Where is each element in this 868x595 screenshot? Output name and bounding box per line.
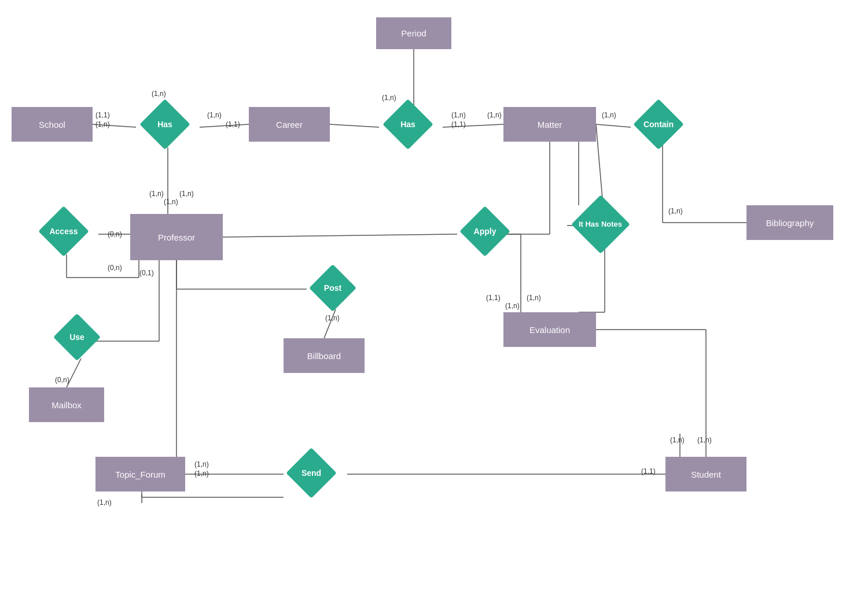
card-school-has1-2: (1,n) — [95, 120, 110, 128]
entity-evaluation: Evaluation — [503, 312, 596, 347]
card-prof-2: (1,n) — [164, 198, 178, 206]
entity-career: Career — [249, 107, 330, 142]
card-post-billboard: (1,n) — [325, 314, 340, 322]
card-access-3: (0,1) — [139, 269, 154, 277]
diamond-access: Access — [29, 208, 98, 254]
connection-lines — [0, 0, 868, 595]
entity-bibliography: Bibliography — [746, 205, 833, 240]
svg-line-2 — [200, 124, 249, 127]
entity-billboard: Billboard — [284, 338, 365, 373]
card-student-eval-2: (1,n) — [697, 436, 712, 444]
entity-mailbox: Mailbox — [29, 387, 104, 422]
card-student-eval-1: (1,n) — [670, 436, 685, 444]
entity-student: Student — [665, 457, 746, 491]
entity-school: School — [12, 107, 93, 142]
card-has2-matter-2: (1,1) — [451, 120, 466, 128]
card-has1-career-2: (1,1) — [226, 120, 240, 128]
diamond-send: Send — [277, 450, 346, 496]
diamond-contain: Contain — [624, 101, 693, 147]
card-matter-contain: (1,n) — [602, 111, 616, 119]
entity-matter: Matter — [503, 107, 596, 142]
card-period-has2: (1,n) — [382, 94, 396, 102]
diamond-has2: Has — [373, 101, 443, 147]
diamond-post: Post — [301, 266, 365, 309]
card-contain-bib: (1,n) — [668, 207, 683, 215]
card-matter-has2: (1,n) — [487, 111, 502, 119]
card-send-student: (1,1) — [641, 467, 656, 475]
card-has2-matter-1: (1,n) — [451, 111, 466, 119]
card-topicforum-bottom: (1,n) — [97, 498, 112, 507]
diamond-use: Use — [45, 315, 109, 359]
svg-line-13 — [223, 234, 457, 237]
card-prof-1: (1,n) — [149, 190, 164, 198]
er-diagram: School Career Matter Period Professor Bi… — [0, 0, 868, 595]
card-eval-3: (1,n) — [527, 294, 541, 302]
diamond-ithasnotes: It Has Notes — [558, 199, 642, 249]
card-access-1: (0,n) — [108, 230, 122, 238]
entity-period: Period — [376, 17, 451, 49]
diamond-apply: Apply — [450, 208, 520, 254]
entity-topic-forum: Topic_Forum — [95, 457, 185, 491]
card-prof-3: (1,n) — [179, 190, 194, 198]
card-school-has1-1: (1,1) — [95, 111, 110, 119]
card-access-2: (0,n) — [108, 264, 122, 272]
card-has1-career-1: (1,n) — [207, 111, 222, 119]
diamond-has1: Has — [130, 101, 200, 147]
svg-line-3 — [330, 124, 379, 127]
card-eval-1: (1,1) — [486, 294, 501, 302]
card-topicforum-send-1: (1,n) — [194, 460, 209, 468]
card-has1-top: (1,n) — [152, 90, 166, 98]
entity-professor: Professor — [130, 214, 223, 260]
card-topicforum-send-2: (1,n) — [194, 470, 209, 478]
card-eval-2: (1,n) — [505, 302, 520, 310]
card-use-mailbox: (0,n) — [55, 376, 69, 384]
